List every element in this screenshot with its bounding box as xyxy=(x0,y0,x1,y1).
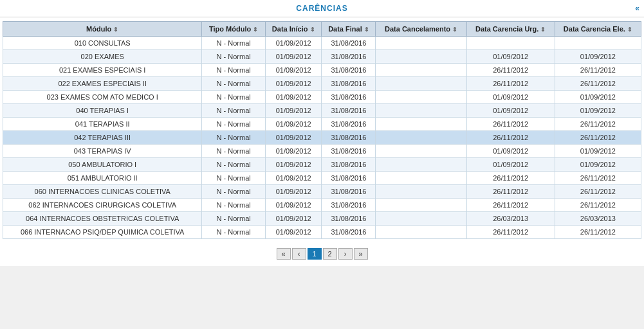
col-data-carencia-urg[interactable]: Data Carencia Urg. ⇕ xyxy=(466,22,555,37)
table-cell: 31/08/2016 xyxy=(322,104,376,118)
table-cell: 31/08/2016 xyxy=(322,158,376,172)
table-cell: 26/11/2012 xyxy=(466,185,555,199)
table-cell: 26/11/2012 xyxy=(466,226,555,239)
table-cell: 31/08/2016 xyxy=(322,64,376,77)
table-cell: 31/08/2016 xyxy=(322,77,376,91)
table-cell: 01/09/2012 xyxy=(265,212,322,226)
col-data-final[interactable]: Data Final ⇕ xyxy=(322,22,376,37)
table-cell: 26/11/2012 xyxy=(555,226,641,239)
table-cell xyxy=(376,145,466,158)
table-cell: 26/11/2012 xyxy=(555,118,641,131)
table-row: 043 TERAPIAS IVN - Normal01/09/201231/08… xyxy=(3,145,641,158)
table-cell: 01/09/2012 xyxy=(555,104,641,118)
table-cell: N - Normal xyxy=(202,64,266,77)
table-cell: 26/03/2013 xyxy=(555,212,641,226)
prev-page-button[interactable]: ‹ xyxy=(292,248,306,260)
sort-icon-ele: ⇕ xyxy=(627,26,632,33)
table-cell: N - Normal xyxy=(202,226,266,239)
table-cell xyxy=(376,37,466,50)
col-data-cancelamento[interactable]: Data Cancelamento ⇕ xyxy=(376,22,466,37)
table-cell: 31/08/2016 xyxy=(322,172,376,185)
table-cell xyxy=(376,50,466,64)
table-cell: N - Normal xyxy=(202,104,266,118)
table-cell: N - Normal xyxy=(202,91,266,104)
sort-icon-urg: ⇕ xyxy=(540,26,546,33)
table-cell: 01/09/2012 xyxy=(466,50,555,64)
table-cell: 01/09/2012 xyxy=(466,91,555,104)
table-cell xyxy=(555,37,641,50)
table-cell: 01/09/2012 xyxy=(265,77,322,91)
table-row: 051 AMBULATORIO IIN - Normal01/09/201231… xyxy=(3,172,641,185)
table-cell: 020 EXAMES xyxy=(3,50,202,64)
sort-icon-tipo: ⇕ xyxy=(253,26,258,33)
page-1-button[interactable]: 1 xyxy=(308,248,322,260)
table-cell: N - Normal xyxy=(202,131,266,145)
table-cell: N - Normal xyxy=(202,37,266,50)
table-cell: 31/08/2016 xyxy=(322,50,376,64)
table-cell: N - Normal xyxy=(202,212,266,226)
pagination-bar: « ‹ 1 2 › » xyxy=(0,243,644,266)
table-cell: 01/09/2012 xyxy=(466,145,555,158)
table-cell xyxy=(376,185,466,199)
first-page-button[interactable]: « xyxy=(277,248,291,260)
table-cell xyxy=(376,104,466,118)
table-cell: 01/09/2012 xyxy=(265,145,322,158)
table-cell: 01/09/2012 xyxy=(555,158,641,172)
page-2-button[interactable]: 2 xyxy=(323,248,337,260)
table-cell: 01/09/2012 xyxy=(265,64,322,77)
col-data-inicio[interactable]: Data Início ⇕ xyxy=(265,22,322,37)
last-page-button[interactable]: » xyxy=(354,248,368,260)
table-cell: 042 TERAPIAS III xyxy=(3,131,202,145)
page-container: CARÊNCIAS « Módulo ⇕ Tipo Módulo ⇕ Data … xyxy=(0,0,644,266)
next-page-button[interactable]: › xyxy=(338,248,353,260)
carencias-table: Módulo ⇕ Tipo Módulo ⇕ Data Início ⇕ Dat… xyxy=(3,21,641,239)
page-title: CARÊNCIAS xyxy=(296,4,347,13)
table-cell: 26/11/2012 xyxy=(555,64,641,77)
table-cell: 31/08/2016 xyxy=(322,91,376,104)
table-cell: 041 TERAPIAS II xyxy=(3,118,202,131)
table-cell: 01/09/2012 xyxy=(555,145,641,158)
table-cell: 26/03/2013 xyxy=(466,212,555,226)
table-row: 021 EXAMES ESPECIAIS IN - Normal01/09/20… xyxy=(3,64,641,77)
sort-icon-inicio: ⇕ xyxy=(310,26,315,33)
table-row: 064 INTERNACOES OBSTETRICAS COLETIVAN - … xyxy=(3,212,641,226)
table-row: 020 EXAMESN - Normal01/09/201231/08/2016… xyxy=(3,50,641,64)
table-cell: 022 EXAMES ESPECIAIS II xyxy=(3,77,202,91)
table-cell xyxy=(376,199,466,212)
table-cell: 01/09/2012 xyxy=(265,37,322,50)
table-cell: 26/11/2012 xyxy=(466,118,555,131)
table-cell: 31/08/2016 xyxy=(322,212,376,226)
table-cell xyxy=(376,91,466,104)
table-cell: 01/09/2012 xyxy=(265,172,322,185)
col-modulo[interactable]: Módulo ⇕ xyxy=(3,22,202,37)
table-row: 041 TERAPIAS IIN - Normal01/09/201231/08… xyxy=(3,118,641,131)
table-cell: 31/08/2016 xyxy=(322,199,376,212)
table-row: 060 INTERNACOES CLINICAS COLETIVAN - Nor… xyxy=(3,185,641,199)
table-cell: 021 EXAMES ESPECIAIS I xyxy=(3,64,202,77)
table-cell: 01/09/2012 xyxy=(466,104,555,118)
col-data-carencia-ele[interactable]: Data Carencia Ele. ⇕ xyxy=(555,22,641,37)
table-cell: N - Normal xyxy=(202,118,266,131)
table-cell: 31/08/2016 xyxy=(322,145,376,158)
col-tipo-modulo[interactable]: Tipo Módulo ⇕ xyxy=(202,22,266,37)
table-cell: 01/09/2012 xyxy=(555,50,641,64)
table-cell: 26/11/2012 xyxy=(466,64,555,77)
table-row: 066 INTERNACAO PSIQ/DEP QUIMICA COLETIVA… xyxy=(3,226,641,239)
table-cell: N - Normal xyxy=(202,145,266,158)
table-cell: 26/11/2012 xyxy=(555,185,641,199)
collapse-button[interactable]: « xyxy=(635,4,640,13)
table-row: 042 TERAPIAS IIIN - Normal01/09/201231/0… xyxy=(3,131,641,145)
table-cell: 01/09/2012 xyxy=(265,158,322,172)
table-cell: 31/08/2016 xyxy=(322,226,376,239)
table-cell: 26/11/2012 xyxy=(555,77,641,91)
table-cell: 01/09/2012 xyxy=(466,158,555,172)
table-cell: 066 INTERNACAO PSIQ/DEP QUIMICA COLETIVA xyxy=(3,226,202,239)
sort-icon-final: ⇕ xyxy=(364,26,369,33)
table-cell xyxy=(376,212,466,226)
table-cell: N - Normal xyxy=(202,199,266,212)
table-cell: 050 AMBULATORIO I xyxy=(3,158,202,172)
table-cell: 01/09/2012 xyxy=(265,226,322,239)
table-cell: 01/09/2012 xyxy=(555,91,641,104)
table-cell: 043 TERAPIAS IV xyxy=(3,145,202,158)
table-cell: 26/11/2012 xyxy=(555,199,641,212)
